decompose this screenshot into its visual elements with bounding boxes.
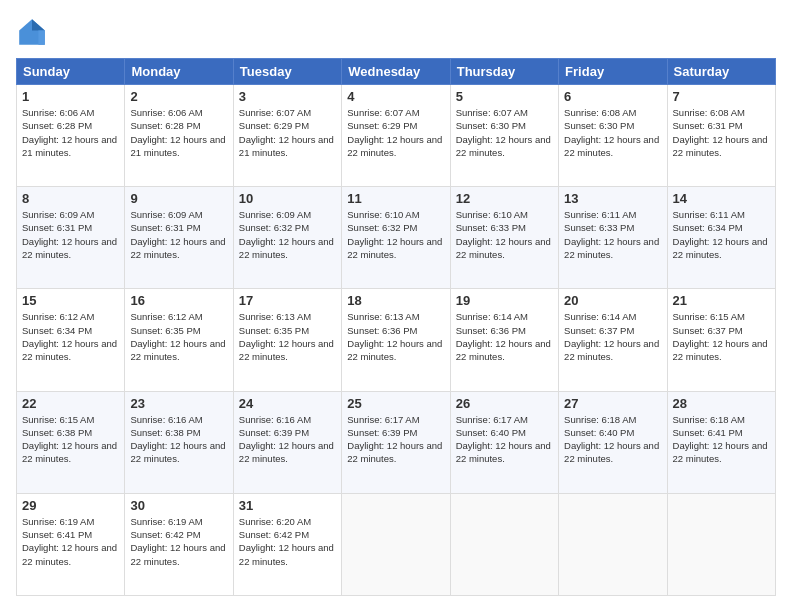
sunset-label: Sunset: 6:33 PM xyxy=(456,222,526,233)
daylight-label: Daylight: 12 hours and 22 minutes. xyxy=(130,338,225,362)
sunrise-label: Sunrise: 6:07 AM xyxy=(347,107,419,118)
day-number: 15 xyxy=(22,293,119,308)
daylight-label: Daylight: 12 hours and 22 minutes. xyxy=(130,542,225,566)
day-number: 3 xyxy=(239,89,336,104)
day-header-thursday: Thursday xyxy=(450,59,558,85)
day-number: 23 xyxy=(130,396,227,411)
day-info: Sunrise: 6:10 AM Sunset: 6:33 PM Dayligh… xyxy=(456,208,553,261)
day-info: Sunrise: 6:16 AM Sunset: 6:38 PM Dayligh… xyxy=(130,413,227,466)
sunrise-label: Sunrise: 6:18 AM xyxy=(564,414,636,425)
sunset-label: Sunset: 6:37 PM xyxy=(564,325,634,336)
day-info: Sunrise: 6:11 AM Sunset: 6:33 PM Dayligh… xyxy=(564,208,661,261)
calendar-cell: 3 Sunrise: 6:07 AM Sunset: 6:29 PM Dayli… xyxy=(233,85,341,187)
calendar-cell: 10 Sunrise: 6:09 AM Sunset: 6:32 PM Dayl… xyxy=(233,187,341,289)
daylight-label: Daylight: 12 hours and 22 minutes. xyxy=(22,440,117,464)
daylight-label: Daylight: 12 hours and 22 minutes. xyxy=(564,338,659,362)
week-row-2: 8 Sunrise: 6:09 AM Sunset: 6:31 PM Dayli… xyxy=(17,187,776,289)
sunset-label: Sunset: 6:34 PM xyxy=(22,325,92,336)
day-number: 13 xyxy=(564,191,661,206)
daylight-label: Daylight: 12 hours and 22 minutes. xyxy=(673,236,768,260)
sunset-label: Sunset: 6:30 PM xyxy=(564,120,634,131)
sunset-label: Sunset: 6:28 PM xyxy=(130,120,200,131)
daylight-label: Daylight: 12 hours and 22 minutes. xyxy=(239,440,334,464)
day-info: Sunrise: 6:07 AM Sunset: 6:30 PM Dayligh… xyxy=(456,106,553,159)
calendar-cell: 31 Sunrise: 6:20 AM Sunset: 6:42 PM Dayl… xyxy=(233,493,341,595)
day-number: 22 xyxy=(22,396,119,411)
day-info: Sunrise: 6:16 AM Sunset: 6:39 PM Dayligh… xyxy=(239,413,336,466)
daylight-label: Daylight: 12 hours and 22 minutes. xyxy=(22,338,117,362)
day-info: Sunrise: 6:19 AM Sunset: 6:42 PM Dayligh… xyxy=(130,515,227,568)
calendar-cell: 23 Sunrise: 6:16 AM Sunset: 6:38 PM Dayl… xyxy=(125,391,233,493)
sunset-label: Sunset: 6:41 PM xyxy=(673,427,743,438)
sunset-label: Sunset: 6:36 PM xyxy=(347,325,417,336)
calendar-cell: 7 Sunrise: 6:08 AM Sunset: 6:31 PM Dayli… xyxy=(667,85,775,187)
calendar-cell: 22 Sunrise: 6:15 AM Sunset: 6:38 PM Dayl… xyxy=(17,391,125,493)
sunrise-label: Sunrise: 6:11 AM xyxy=(673,209,745,220)
calendar-cell: 5 Sunrise: 6:07 AM Sunset: 6:30 PM Dayli… xyxy=(450,85,558,187)
sunset-label: Sunset: 6:38 PM xyxy=(130,427,200,438)
day-number: 19 xyxy=(456,293,553,308)
day-number: 9 xyxy=(130,191,227,206)
calendar-cell: 30 Sunrise: 6:19 AM Sunset: 6:42 PM Dayl… xyxy=(125,493,233,595)
week-row-3: 15 Sunrise: 6:12 AM Sunset: 6:34 PM Dayl… xyxy=(17,289,776,391)
day-number: 12 xyxy=(456,191,553,206)
svg-marker-2 xyxy=(38,30,44,44)
daylight-label: Daylight: 12 hours and 22 minutes. xyxy=(239,338,334,362)
calendar-cell: 4 Sunrise: 6:07 AM Sunset: 6:29 PM Dayli… xyxy=(342,85,450,187)
daylight-label: Daylight: 12 hours and 22 minutes. xyxy=(347,236,442,260)
sunset-label: Sunset: 6:29 PM xyxy=(239,120,309,131)
calendar-cell xyxy=(342,493,450,595)
sunrise-label: Sunrise: 6:17 AM xyxy=(456,414,528,425)
daylight-label: Daylight: 12 hours and 22 minutes. xyxy=(564,236,659,260)
day-number: 28 xyxy=(673,396,770,411)
day-info: Sunrise: 6:18 AM Sunset: 6:40 PM Dayligh… xyxy=(564,413,661,466)
calendar-cell: 11 Sunrise: 6:10 AM Sunset: 6:32 PM Dayl… xyxy=(342,187,450,289)
daylight-label: Daylight: 12 hours and 22 minutes. xyxy=(130,236,225,260)
week-row-5: 29 Sunrise: 6:19 AM Sunset: 6:41 PM Dayl… xyxy=(17,493,776,595)
calendar-cell: 6 Sunrise: 6:08 AM Sunset: 6:30 PM Dayli… xyxy=(559,85,667,187)
logo-icon xyxy=(16,16,48,48)
sunset-label: Sunset: 6:38 PM xyxy=(22,427,92,438)
calendar-body: 1 Sunrise: 6:06 AM Sunset: 6:28 PM Dayli… xyxy=(17,85,776,596)
sunrise-label: Sunrise: 6:06 AM xyxy=(22,107,94,118)
daylight-label: Daylight: 12 hours and 22 minutes. xyxy=(456,338,551,362)
sunset-label: Sunset: 6:42 PM xyxy=(239,529,309,540)
day-number: 6 xyxy=(564,89,661,104)
sunset-label: Sunset: 6:28 PM xyxy=(22,120,92,131)
sunrise-label: Sunrise: 6:16 AM xyxy=(130,414,202,425)
sunrise-label: Sunrise: 6:13 AM xyxy=(239,311,311,322)
sunset-label: Sunset: 6:31 PM xyxy=(22,222,92,233)
day-info: Sunrise: 6:14 AM Sunset: 6:37 PM Dayligh… xyxy=(564,310,661,363)
day-number: 17 xyxy=(239,293,336,308)
calendar-cell: 26 Sunrise: 6:17 AM Sunset: 6:40 PM Dayl… xyxy=(450,391,558,493)
daylight-label: Daylight: 12 hours and 22 minutes. xyxy=(564,440,659,464)
daylight-label: Daylight: 12 hours and 22 minutes. xyxy=(347,134,442,158)
calendar-cell: 20 Sunrise: 6:14 AM Sunset: 6:37 PM Dayl… xyxy=(559,289,667,391)
daylight-label: Daylight: 12 hours and 22 minutes. xyxy=(239,236,334,260)
sunset-label: Sunset: 6:40 PM xyxy=(456,427,526,438)
day-info: Sunrise: 6:15 AM Sunset: 6:37 PM Dayligh… xyxy=(673,310,770,363)
day-info: Sunrise: 6:17 AM Sunset: 6:40 PM Dayligh… xyxy=(456,413,553,466)
day-number: 7 xyxy=(673,89,770,104)
week-row-1: 1 Sunrise: 6:06 AM Sunset: 6:28 PM Dayli… xyxy=(17,85,776,187)
sunrise-label: Sunrise: 6:08 AM xyxy=(673,107,745,118)
daylight-label: Daylight: 12 hours and 22 minutes. xyxy=(347,338,442,362)
day-number: 2 xyxy=(130,89,227,104)
sunrise-label: Sunrise: 6:16 AM xyxy=(239,414,311,425)
daylight-label: Daylight: 12 hours and 21 minutes. xyxy=(22,134,117,158)
sunrise-label: Sunrise: 6:20 AM xyxy=(239,516,311,527)
sunrise-label: Sunrise: 6:09 AM xyxy=(239,209,311,220)
day-header-sunday: Sunday xyxy=(17,59,125,85)
sunset-label: Sunset: 6:34 PM xyxy=(673,222,743,233)
calendar-cell: 18 Sunrise: 6:13 AM Sunset: 6:36 PM Dayl… xyxy=(342,289,450,391)
day-number: 21 xyxy=(673,293,770,308)
calendar-cell: 16 Sunrise: 6:12 AM Sunset: 6:35 PM Dayl… xyxy=(125,289,233,391)
sunrise-label: Sunrise: 6:10 AM xyxy=(347,209,419,220)
sunset-label: Sunset: 6:35 PM xyxy=(130,325,200,336)
sunrise-label: Sunrise: 6:12 AM xyxy=(130,311,202,322)
daylight-label: Daylight: 12 hours and 22 minutes. xyxy=(673,338,768,362)
sunset-label: Sunset: 6:33 PM xyxy=(564,222,634,233)
calendar-cell: 9 Sunrise: 6:09 AM Sunset: 6:31 PM Dayli… xyxy=(125,187,233,289)
day-info: Sunrise: 6:06 AM Sunset: 6:28 PM Dayligh… xyxy=(130,106,227,159)
sunrise-label: Sunrise: 6:08 AM xyxy=(564,107,636,118)
